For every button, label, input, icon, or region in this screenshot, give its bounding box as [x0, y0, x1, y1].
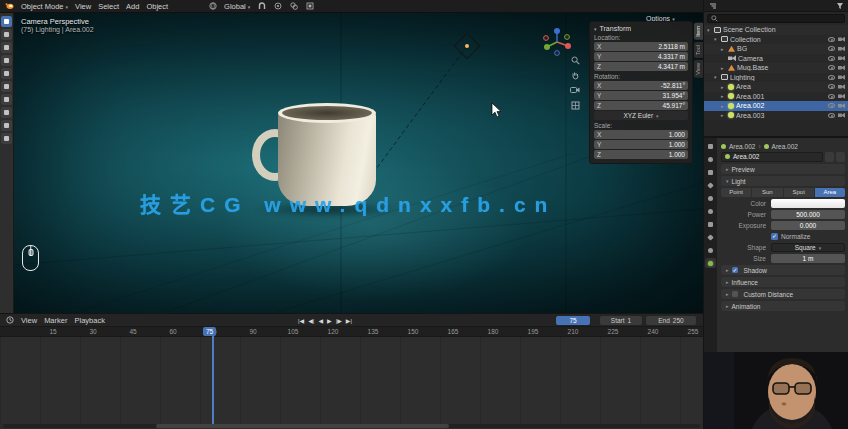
- rotation-x-field[interactable]: X-52.811°: [594, 81, 688, 90]
- tool-move-icon[interactable]: [1, 42, 12, 53]
- tool-annotate-icon[interactable]: [1, 94, 12, 105]
- xray-icon[interactable]: [305, 2, 314, 11]
- outliner-row-area-002-selected[interactable]: Area.002: [704, 101, 848, 111]
- transform-panel-title[interactable]: Transform: [594, 25, 688, 32]
- hide-eye-icon[interactable]: [828, 46, 835, 51]
- npanel-tab-tool[interactable]: Tool: [694, 42, 703, 58]
- tab-object-data-light-icon[interactable]: [705, 258, 716, 268]
- render-visibility-icon[interactable]: [838, 46, 845, 51]
- shadow-checkbox[interactable]: [732, 267, 738, 273]
- outliner-row-bg[interactable]: BG: [704, 44, 848, 54]
- render-visibility-icon[interactable]: [838, 113, 845, 118]
- tool-rotate-icon[interactable]: [1, 55, 12, 66]
- timeline-ruler[interactable]: 15 30 45 60 75 90 105 120 135 150 165 18…: [0, 327, 703, 337]
- tab-constraints-icon[interactable]: [705, 232, 716, 242]
- render-visibility-icon[interactable]: [838, 37, 845, 42]
- snap-magnet-icon[interactable]: [257, 2, 266, 11]
- hide-eye-icon[interactable]: [828, 94, 835, 99]
- hide-eye-icon[interactable]: [828, 56, 835, 61]
- expand-icon[interactable]: [714, 74, 721, 80]
- unlink-button[interactable]: [836, 152, 845, 162]
- light-type-spot[interactable]: Spot: [784, 188, 815, 197]
- hide-eye-icon[interactable]: [828, 113, 835, 118]
- location-z-field[interactable]: Z4.3417 m: [594, 62, 688, 71]
- section-influence[interactable]: Influence: [721, 277, 845, 287]
- hide-eye-icon[interactable]: [828, 37, 835, 42]
- tool-transform-icon[interactable]: [1, 81, 12, 92]
- outliner-row-scene-collection[interactable]: Scene Collection: [704, 25, 848, 35]
- search-input[interactable]: [721, 15, 841, 22]
- menu-view[interactable]: View: [75, 2, 91, 11]
- normalize-checkbox[interactable]: [771, 233, 778, 240]
- hide-eye-icon[interactable]: [828, 103, 835, 108]
- location-x-field[interactable]: X2.5118 m: [594, 42, 688, 51]
- location-y-field[interactable]: Y4.3317 m: [594, 52, 688, 61]
- outliner-row-mug-base[interactable]: Mug.Base: [704, 63, 848, 73]
- mode-dropdown[interactable]: Object Mode: [21, 2, 68, 11]
- fake-user-button[interactable]: [825, 152, 834, 162]
- power-field[interactable]: 500.000: [771, 210, 845, 219]
- scale-x-field[interactable]: X1.000: [594, 130, 688, 139]
- npanel-tab-view[interactable]: View: [694, 60, 703, 78]
- hide-eye-icon[interactable]: [828, 84, 835, 89]
- filter-icon[interactable]: [835, 1, 844, 10]
- outliner-row-area-001[interactable]: Area.001: [704, 92, 848, 102]
- orientation-dropdown[interactable]: Global: [224, 2, 250, 11]
- frame-start-field[interactable]: Start 1: [600, 316, 642, 325]
- tool-measure-icon[interactable]: [1, 107, 12, 118]
- jump-to-start-button[interactable]: |◀: [298, 317, 304, 324]
- rotation-mode-dropdown[interactable]: XYZ Euler: [594, 111, 688, 120]
- frame-end-field[interactable]: End 250: [646, 316, 696, 325]
- tab-tool-icon[interactable]: [705, 141, 716, 151]
- outliner-row-area[interactable]: Area: [704, 82, 848, 92]
- tool-extra-icon[interactable]: [1, 133, 12, 144]
- timeline-menu-view[interactable]: View: [21, 316, 37, 325]
- next-keyframe-button[interactable]: |▶: [336, 317, 342, 324]
- menu-object[interactable]: Object: [146, 2, 168, 11]
- prev-keyframe-button[interactable]: ◀|: [308, 317, 314, 324]
- tool-add-cube-icon[interactable]: [1, 120, 12, 131]
- tool-scale-icon[interactable]: [1, 68, 12, 79]
- outliner-row-collection[interactable]: Collection: [704, 35, 848, 45]
- section-custom-distance[interactable]: Custom Distance: [721, 289, 845, 299]
- outliner-editor-icon[interactable]: [708, 1, 717, 10]
- expand-icon[interactable]: [721, 46, 728, 52]
- expand-icon[interactable]: [721, 103, 728, 109]
- proportional-edit-icon[interactable]: [273, 2, 282, 11]
- tool-cursor-icon[interactable]: [1, 29, 12, 40]
- hide-eye-icon[interactable]: [828, 75, 835, 80]
- timeline-menu-marker[interactable]: Marker: [44, 316, 67, 325]
- expand-icon[interactable]: [707, 27, 714, 33]
- render-visibility-icon[interactable]: [838, 103, 845, 108]
- playhead[interactable]: [212, 327, 214, 425]
- tab-object-icon[interactable]: [705, 219, 716, 229]
- exposure-field[interactable]: 0.000: [771, 221, 845, 230]
- tab-view-layer-icon[interactable]: [705, 180, 716, 190]
- current-frame-field[interactable]: 75: [556, 316, 590, 325]
- datablock-name-field[interactable]: Area.002: [721, 152, 823, 162]
- outliner-search[interactable]: [707, 14, 845, 23]
- timeline-scrollbar[interactable]: [3, 424, 700, 428]
- play-button[interactable]: ▶: [327, 317, 332, 324]
- tab-render-icon[interactable]: [705, 154, 716, 164]
- timeline-editor-icon[interactable]: [5, 316, 14, 325]
- expand-icon[interactable]: [714, 36, 721, 42]
- zoom-icon[interactable]: [570, 55, 580, 65]
- section-animation[interactable]: Animation: [721, 301, 845, 311]
- menu-add[interactable]: Add: [126, 2, 139, 11]
- menu-select[interactable]: Select: [98, 2, 119, 11]
- scrollbar-handle[interactable]: [156, 424, 449, 428]
- tab-world-icon[interactable]: [705, 206, 716, 216]
- tool-select-box-icon[interactable]: [1, 16, 12, 27]
- rotation-z-field[interactable]: Z45.917°: [594, 101, 688, 110]
- tab-scene-icon[interactable]: [705, 193, 716, 203]
- play-reverse-button[interactable]: ◀: [318, 317, 323, 324]
- render-visibility-icon[interactable]: [838, 75, 845, 80]
- light-type-area[interactable]: Area: [815, 188, 845, 197]
- light-type-sun[interactable]: Sun: [752, 188, 783, 197]
- render-visibility-icon[interactable]: [838, 56, 845, 61]
- camera-view-icon[interactable]: [570, 85, 580, 95]
- render-visibility-icon[interactable]: [838, 84, 845, 89]
- custom-distance-checkbox[interactable]: [732, 291, 738, 297]
- rotation-y-field[interactable]: Y31.954°: [594, 91, 688, 100]
